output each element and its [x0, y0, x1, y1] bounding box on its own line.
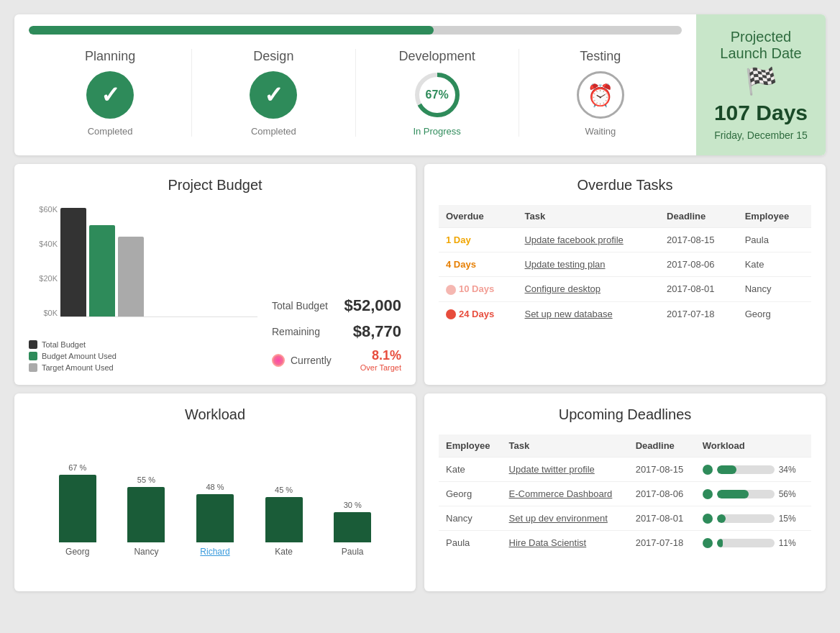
legend-dot-total — [29, 340, 37, 349]
upcoming-task-2[interactable]: Set up dev environment — [502, 506, 629, 531]
phase-testing-title: Testing — [580, 49, 621, 64]
workload-bar-group: 67 % Georg — [43, 442, 112, 557]
legend-label-target-used: Target Amount Used — [42, 363, 114, 372]
workload-card: Workload 67 % Georg 55 % Nancy 48 % Rich… — [14, 393, 416, 591]
upcoming-workload-3: 11% — [695, 531, 811, 555]
overdue-header-employee: Employee — [738, 205, 811, 228]
overdue-deadline-2: 2017-08-01 — [659, 277, 738, 302]
bar-target-used — [118, 237, 144, 317]
workload-pct-kate: 45 % — [275, 486, 293, 494]
overdue-days-3: 24 Days — [439, 301, 517, 326]
over-target-dot — [272, 354, 285, 367]
progress-ring: 67% — [412, 70, 462, 120]
upcoming-task-1[interactable]: E-Commerce Dashboard — [502, 482, 629, 506]
y-label-0k: $0K — [29, 309, 58, 317]
budget-stats: Total Budget $52,000 Remaining $8,770 Cu… — [272, 296, 401, 372]
y-label-60k: $60K — [29, 205, 58, 214]
total-budget-value: $52,000 — [344, 296, 401, 315]
phase-planning: Planning Completed — [29, 49, 192, 137]
workload-bar-georg — [59, 475, 96, 542]
phase-design-icon — [248, 70, 298, 120]
clock-icon: ⏰ — [577, 71, 624, 119]
phase-planning-status: Completed — [88, 126, 133, 137]
legend-label-budget-used: Budget Amount Used — [42, 352, 117, 360]
upcoming-employee-3: Paula — [439, 531, 502, 555]
workload-bar-group: 30 % Paula — [318, 442, 387, 557]
chart-baseline — [60, 316, 257, 317]
upcoming-row: Georg E-Commerce Dashboard 2017-08-06 56… — [439, 482, 811, 506]
upcoming-card: Upcoming Deadlines Employee Task Deadlin… — [424, 393, 826, 591]
y-label-40k: $40K — [29, 240, 58, 248]
overdue-employee-1: Kate — [738, 252, 811, 277]
budget-title: Project Budget — [29, 177, 401, 193]
phase-planning-icon — [85, 70, 135, 120]
overdue-header-task: Task — [517, 205, 659, 228]
upcoming-workload-0: 34% — [695, 457, 811, 482]
workload-label-georg: Georg — [65, 547, 89, 557]
upcoming-task-0[interactable]: Update twitter profile — [502, 457, 629, 482]
upcoming-employee-0: Kate — [439, 457, 502, 482]
overdue-task-2[interactable]: Configure desktop — [517, 277, 659, 302]
overdue-deadline-1: 2017-08-06 — [659, 252, 738, 277]
bottom-row: Workload 67 % Georg 55 % Nancy 48 % Rich… — [14, 393, 826, 591]
bar-total — [60, 208, 86, 317]
total-budget-label: Total Budget — [272, 300, 328, 311]
bar-budget-used — [89, 225, 115, 317]
phase-development-title: Development — [399, 49, 475, 64]
overdue-employee-2: Nancy — [738, 277, 811, 302]
workload-label-richard[interactable]: Richard — [200, 547, 229, 557]
overdue-days-1: 4 Days — [439, 252, 517, 277]
upcoming-employee-2: Nancy — [439, 506, 502, 531]
upcoming-table: Employee Task Deadline Workload Kate Upd… — [439, 434, 811, 555]
workload-pct-nancy: 55 % — [137, 475, 155, 484]
workload-bar-kate — [265, 497, 303, 542]
progress-bar — [29, 26, 682, 35]
overdue-task-0[interactable]: Update facebook profile — [517, 228, 659, 252]
overdue-employee-0: Paula — [738, 228, 811, 252]
upcoming-task-3[interactable]: Hire Data Scientist — [502, 531, 629, 555]
check-icon-planning — [86, 71, 134, 119]
progress-bar-fill — [29, 26, 434, 35]
overdue-days-2: 10 Days — [439, 277, 517, 302]
overdue-row: 10 Days Configure desktop 2017-08-01 Nan… — [439, 277, 811, 302]
legend-label-total: Total Budget — [42, 340, 86, 349]
overdue-header-deadline: Deadline — [659, 205, 738, 228]
currently-value: 8.1% — [360, 348, 401, 363]
workload-label-paula: Paula — [342, 547, 364, 557]
phase-planning-title: Planning — [85, 49, 135, 64]
phase-testing-status: Waiting — [585, 126, 616, 137]
overdue-task-3[interactable]: Set up new database — [517, 301, 659, 326]
overdue-deadline-3: 2017-07-18 — [659, 301, 738, 326]
workload-title: Workload — [29, 406, 401, 423]
upcoming-header-employee: Employee — [439, 434, 502, 457]
budget-card: Project Budget $60K $40K $20K $0K — [14, 164, 416, 385]
overdue-table: Overdue Task Deadline Employee 1 Day Upd… — [439, 205, 811, 326]
phase-development: Development 67% In Progress — [356, 49, 519, 137]
workload-label-nancy: Nancy — [134, 547, 158, 557]
legend-dot-budget-used — [29, 352, 37, 360]
phase-testing-icon: ⏰ — [575, 70, 626, 120]
upcoming-workload-1: 56% — [695, 482, 811, 506]
upcoming-workload-2: 15% — [695, 506, 811, 531]
phase-development-status: In Progress — [413, 126, 460, 137]
remaining-label: Remaining — [272, 326, 320, 337]
phase-design-status: Completed — [251, 126, 296, 137]
workload-bar-paula — [334, 512, 371, 542]
upcoming-header-deadline: Deadline — [629, 434, 695, 457]
overdue-row: 4 Days Update testing plan 2017-08-06 Ka… — [439, 252, 811, 277]
overdue-row: 1 Day Update facebook profile 2017-08-15… — [439, 228, 811, 252]
currently-indicator: Currently — [272, 354, 332, 367]
upcoming-header-workload: Workload — [695, 434, 811, 457]
legend-budget-used: Budget Amount Used — [29, 352, 257, 360]
middle-row: Project Budget $60K $40K $20K $0K — [14, 164, 826, 385]
workload-bar-group: 48 % Richard — [181, 442, 250, 557]
upcoming-deadline-3: 2017-07-18 — [629, 531, 695, 555]
legend-total: Total Budget — [29, 340, 257, 349]
overdue-task-1[interactable]: Update testing plan — [517, 252, 659, 277]
y-label-20k: $20K — [29, 274, 58, 283]
upcoming-deadline-0: 2017-08-15 — [629, 457, 695, 482]
overdue-card: Overdue Tasks Overdue Task Deadline Empl… — [424, 164, 826, 385]
stat-remaining: Remaining $8,770 — [272, 322, 401, 341]
upcoming-deadline-2: 2017-08-01 — [629, 506, 695, 531]
workload-pct-richard: 48 % — [206, 483, 224, 491]
